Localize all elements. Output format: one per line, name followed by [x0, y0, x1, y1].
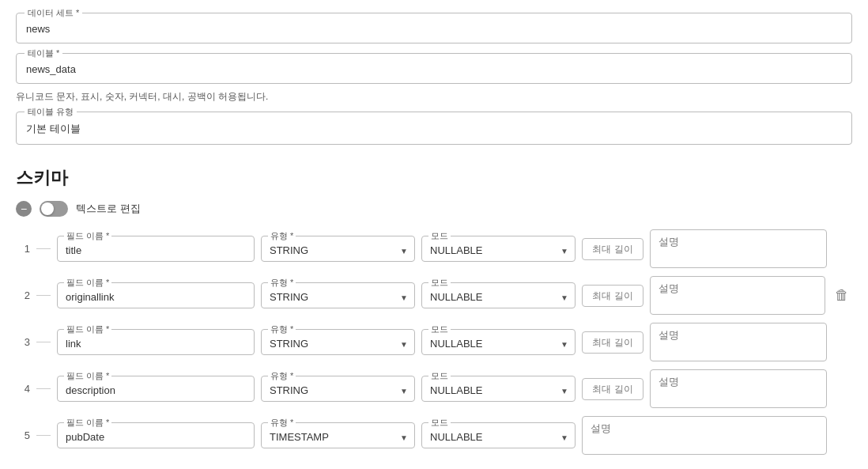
- field-name-label: 필드 이름 *: [64, 230, 111, 242]
- row-number: 1: [16, 243, 30, 255]
- type-label: 유형 *: [268, 370, 296, 382]
- type-select-arrow: ▼: [400, 386, 408, 395]
- mode-select-group: 모드 NULLABLEREQUIREDREPEATED ▼: [421, 329, 576, 355]
- description-group: [650, 276, 825, 315]
- max-length-input[interactable]: [591, 337, 635, 348]
- type-select[interactable]: STRINGBYTESINTEGERFLOATBOOLEANRECORDTIME…: [270, 431, 391, 443]
- table-type-field-group: 테이블 유형 기본 테이블: [16, 112, 852, 145]
- delete-icon[interactable]: 🗑: [832, 284, 852, 307]
- description-input[interactable]: [659, 328, 818, 354]
- type-select-arrow: ▼: [400, 433, 408, 441]
- max-length-input[interactable]: [591, 244, 635, 255]
- schema-title: 스키마: [16, 166, 852, 190]
- type-select-group: 유형 * STRINGBYTESINTEGERFLOATBOOLEANRECOR…: [261, 282, 415, 308]
- row-number: 3: [16, 336, 30, 348]
- row-number: 5: [16, 429, 30, 441]
- mode-select-group: 모드 NULLABLEREQUIREDREPEATED ▼: [421, 282, 576, 308]
- type-select[interactable]: STRINGBYTESINTEGERFLOATBOOLEANRECORDTIME…: [270, 291, 391, 303]
- mode-label: 모드: [428, 277, 451, 289]
- mode-select[interactable]: NULLABLEREQUIREDREPEATED: [430, 244, 551, 256]
- type-select[interactable]: STRINGBYTESINTEGERFLOATBOOLEANRECORDTIME…: [270, 338, 391, 350]
- row-number: 2: [16, 289, 30, 301]
- type-select-arrow: ▼: [400, 339, 408, 348]
- table-field-group: 테이블 *: [16, 53, 852, 84]
- max-length-input[interactable]: [591, 290, 635, 301]
- max-length-group: [582, 238, 643, 260]
- field-name-input[interactable]: [66, 384, 246, 396]
- schema-row: 2 필드 이름 * 유형 * STRINGBYTESINTEGERFLOATBO…: [16, 276, 852, 315]
- dataset-label: 데이터 세트 *: [25, 7, 82, 19]
- mode-select[interactable]: NULLABLEREQUIREDREPEATED: [430, 291, 551, 303]
- row-line: [36, 295, 51, 296]
- type-label: 유형 *: [268, 230, 296, 242]
- row-line: [36, 342, 51, 342]
- schema-rows: 1 필드 이름 * 유형 * STRINGBYTESINTEGERFLOATBO…: [16, 229, 852, 463]
- toggle-label: 텍스트로 편집: [76, 202, 141, 216]
- type-select-group: 유형 * STRINGBYTESINTEGERFLOATBOOLEANRECOR…: [261, 376, 415, 402]
- description-input[interactable]: [659, 235, 818, 260]
- description-group: [582, 416, 827, 455]
- type-select-group: 유형 * STRINGBYTESINTEGERFLOATBOOLEANRECOR…: [261, 329, 415, 355]
- minus-icon[interactable]: −: [16, 201, 32, 217]
- field-name-group: 필드 이름 *: [57, 422, 255, 448]
- hint-text: 유니코드 문자, 표시, 숫자, 커넥터, 대시, 공백이 허용됩니다.: [16, 90, 852, 104]
- description-group: [650, 323, 827, 361]
- mode-select-arrow: ▼: [560, 339, 568, 348]
- description-group: [650, 229, 827, 268]
- row-line: [36, 388, 51, 389]
- field-name-input[interactable]: [66, 291, 246, 303]
- toggle-track: [40, 201, 68, 217]
- mode-select[interactable]: NULLABLEREQUIREDREPEATED: [430, 431, 551, 443]
- mode-label: 모드: [428, 323, 451, 335]
- field-name-label: 필드 이름 *: [64, 370, 111, 382]
- mode-select[interactable]: NULLABLEREQUIREDREPEATED: [430, 338, 551, 350]
- type-select[interactable]: STRINGBYTESINTEGERFLOATBOOLEANRECORDTIME…: [270, 384, 391, 396]
- mode-label: 모드: [428, 417, 451, 429]
- schema-row: 1 필드 이름 * 유형 * STRINGBYTESINTEGERFLOATBO…: [16, 229, 852, 268]
- field-name-input[interactable]: [66, 431, 246, 443]
- field-name-label: 필드 이름 *: [64, 277, 111, 289]
- table-input[interactable]: [26, 63, 842, 75]
- mode-select-arrow: ▼: [560, 293, 568, 301]
- row-line: [36, 248, 51, 249]
- type-label: 유형 *: [268, 277, 296, 289]
- mode-select-group: 모드 NULLABLEREQUIREDREPEATED ▼: [421, 236, 576, 262]
- description-input[interactable]: [659, 375, 818, 400]
- table-type-label: 테이블 유형: [25, 106, 77, 118]
- row-line: [36, 435, 51, 436]
- type-select-group: 유형 * STRINGBYTESINTEGERFLOATBOOLEANRECOR…: [261, 422, 415, 448]
- row-number: 4: [16, 383, 30, 395]
- max-length-group: [582, 331, 643, 354]
- max-length-group: [582, 378, 643, 400]
- mode-label: 모드: [428, 370, 451, 382]
- description-input[interactable]: [659, 282, 817, 307]
- table-label: 테이블 *: [25, 47, 62, 59]
- mode-select-arrow: ▼: [560, 433, 568, 441]
- schema-row: 5 필드 이름 * 유형 * STRINGBYTESINTEGERFLOATBO…: [16, 416, 852, 455]
- schema-row: 3 필드 이름 * 유형 * STRINGBYTESINTEGERFLOATBO…: [16, 323, 852, 361]
- type-select-group: 유형 * STRINGBYTESINTEGERFLOATBOOLEANRECOR…: [261, 236, 415, 262]
- toggle-container[interactable]: [40, 201, 68, 217]
- mode-select-group: 모드 NULLABLEREQUIREDREPEATED ▼: [421, 422, 576, 448]
- field-name-group: 필드 이름 *: [57, 236, 255, 262]
- mode-select[interactable]: NULLABLEREQUIREDREPEATED: [430, 384, 551, 396]
- field-name-group: 필드 이름 *: [57, 376, 255, 402]
- max-length-input[interactable]: [591, 384, 635, 395]
- type-select-arrow: ▼: [400, 293, 408, 301]
- schema-row: 4 필드 이름 * 유형 * STRINGBYTESINTEGERFLOATBO…: [16, 369, 852, 408]
- toggle-row: − 텍스트로 편집: [16, 201, 852, 217]
- field-name-label: 필드 이름 *: [64, 417, 111, 429]
- field-name-group: 필드 이름 *: [57, 282, 255, 308]
- dataset-field-group: 데이터 세트 *: [16, 13, 852, 43]
- mode-select-arrow: ▼: [560, 246, 568, 255]
- type-label: 유형 *: [268, 417, 296, 429]
- field-name-input[interactable]: [66, 244, 246, 256]
- field-name-input[interactable]: [66, 338, 246, 350]
- toggle-thumb: [41, 202, 54, 215]
- dataset-input[interactable]: [26, 23, 842, 35]
- type-select[interactable]: STRINGBYTESINTEGERFLOATBOOLEANRECORDTIME…: [270, 244, 391, 256]
- mode-label: 모드: [428, 230, 451, 242]
- table-type-value: 기본 테이블: [26, 122, 842, 136]
- description-input[interactable]: [591, 422, 818, 447]
- field-name-label: 필드 이름 *: [64, 323, 111, 335]
